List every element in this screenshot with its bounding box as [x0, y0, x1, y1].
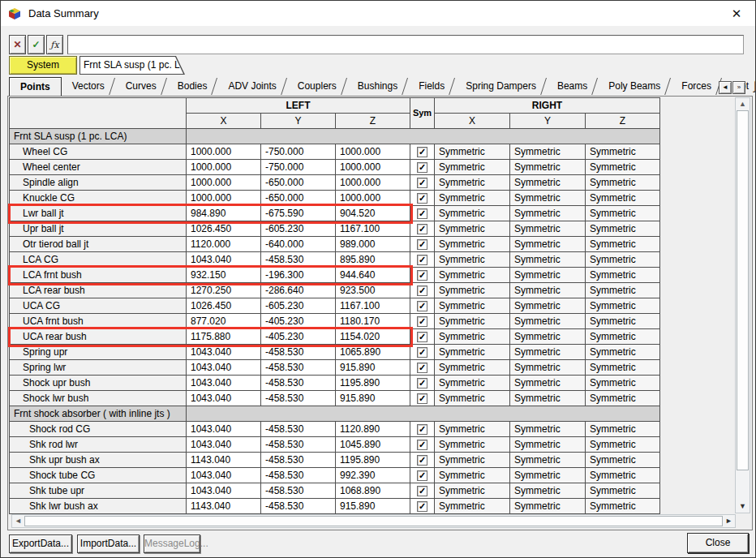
cell-right-z[interactable]: Symmetric: [586, 191, 660, 206]
cell-left-z[interactable]: 1167.100: [336, 221, 410, 237]
scroll-left-icon[interactable]: ◄: [12, 515, 24, 527]
cell-left-y[interactable]: -458.530: [261, 252, 336, 268]
tab-poly-beams[interactable]: Poly Beams: [598, 77, 671, 96]
cell-left-z[interactable]: 1000.000: [336, 144, 410, 160]
cell-left-x[interactable]: 1000.000: [187, 144, 261, 160]
cell-left-y[interactable]: -675.590: [261, 206, 336, 221]
cell-right-x[interactable]: Symmetric: [435, 175, 510, 191]
cell-left-x[interactable]: 1000.000: [187, 160, 261, 175]
cell-left-y[interactable]: -286.640: [261, 283, 336, 298]
cell-left-y[interactable]: -196.300: [261, 268, 336, 283]
sym-checkbox[interactable]: ✓: [417, 486, 427, 496]
cell-right-x[interactable]: Symmetric: [435, 314, 510, 329]
cell-left-z[interactable]: 992.390: [336, 468, 410, 483]
cell-left-z[interactable]: 1000.000: [336, 191, 410, 206]
cell-left-y[interactable]: -458.530: [261, 437, 336, 453]
scroll-down-icon[interactable]: ▼: [736, 500, 750, 513]
cell-right-x[interactable]: Symmetric: [435, 468, 510, 483]
cell-right-x[interactable]: Symmetric: [435, 298, 510, 314]
cell-left-z[interactable]: 1180.170: [336, 314, 410, 329]
cell-left-y[interactable]: -650.000: [261, 191, 336, 206]
cell-left-y[interactable]: -640.000: [261, 237, 336, 252]
cell-right-y[interactable]: Symmetric: [510, 252, 586, 268]
formula-button[interactable]: ƒx: [46, 35, 63, 54]
sym-checkbox[interactable]: ✓: [417, 470, 427, 481]
cell-right-x[interactable]: Symmetric: [435, 252, 510, 268]
cell-right-z[interactable]: Symmetric: [586, 221, 660, 237]
cell-left-x[interactable]: 932.150: [187, 268, 261, 283]
sym-checkbox[interactable]: ✓: [417, 301, 427, 311]
sym-checkbox[interactable]: ✓: [417, 501, 427, 512]
cell-right-z[interactable]: Symmetric: [586, 283, 660, 298]
cell-left-x[interactable]: 1026.450: [187, 298, 261, 314]
cell-left-x[interactable]: 1043.040: [187, 345, 261, 360]
cell-left-y[interactable]: -458.530: [261, 422, 336, 437]
cell-left-x[interactable]: 1026.450: [187, 221, 261, 237]
cell-left-z[interactable]: 989.000: [336, 237, 410, 252]
cell-right-y[interactable]: Symmetric: [510, 283, 586, 298]
cell-left-z[interactable]: 923.500: [336, 283, 410, 298]
cell-right-z[interactable]: Symmetric: [586, 252, 660, 268]
cell-right-y[interactable]: Symmetric: [510, 144, 586, 160]
cell-right-x[interactable]: Symmetric: [435, 237, 510, 252]
tab-curves[interactable]: Curves: [115, 77, 167, 96]
cell-right-z[interactable]: Symmetric: [586, 329, 660, 345]
cell-right-x[interactable]: Symmetric: [435, 499, 510, 514]
cell-left-y[interactable]: -458.530: [261, 360, 336, 376]
tab-adv-joints[interactable]: ADV Joints: [217, 77, 286, 96]
cell-left-x[interactable]: 1120.000: [187, 237, 261, 252]
cell-right-z[interactable]: Symmetric: [586, 360, 660, 376]
cell-left-y[interactable]: -458.530: [261, 391, 336, 406]
close-button[interactable]: Close: [687, 533, 749, 553]
cell-right-x[interactable]: Symmetric: [435, 483, 510, 499]
import-data-button[interactable]: ImportData...: [77, 534, 140, 553]
cell-right-y[interactable]: Symmetric: [510, 206, 586, 221]
cell-right-x[interactable]: Symmetric: [435, 437, 510, 453]
accept-edit-button[interactable]: ✓: [28, 35, 45, 54]
sym-checkbox[interactable]: ✓: [417, 316, 427, 327]
cell-right-z[interactable]: Symmetric: [586, 314, 660, 329]
cell-left-x[interactable]: 1043.040: [187, 376, 261, 391]
cell-left-y[interactable]: -458.530: [261, 345, 336, 360]
cell-right-y[interactable]: Symmetric: [510, 314, 586, 329]
cell-right-z[interactable]: Symmetric: [586, 175, 660, 191]
tab-fields[interactable]: Fields: [408, 77, 455, 96]
sym-checkbox[interactable]: ✓: [417, 424, 427, 435]
cell-left-y[interactable]: -750.000: [261, 160, 336, 175]
cell-left-y[interactable]: -405.230: [261, 314, 336, 329]
cell-right-z[interactable]: Symmetric: [586, 206, 660, 221]
cell-right-x[interactable]: Symmetric: [435, 144, 510, 160]
cell-right-y[interactable]: Symmetric: [510, 268, 586, 283]
cell-right-z[interactable]: Symmetric: [586, 298, 660, 314]
cell-left-z[interactable]: 1000.000: [336, 160, 410, 175]
cell-right-x[interactable]: Symmetric: [435, 453, 510, 468]
cell-left-z[interactable]: 1045.890: [336, 437, 410, 453]
cell-left-y[interactable]: -605.230: [261, 298, 336, 314]
cell-left-y[interactable]: -458.530: [261, 453, 336, 468]
cell-left-x[interactable]: 1270.250: [187, 283, 261, 298]
message-log-button[interactable]: MessageLog...: [144, 534, 200, 553]
tab-couplers[interactable]: Couplers: [287, 77, 347, 96]
cell-right-x[interactable]: Symmetric: [435, 391, 510, 406]
cell-left-z[interactable]: 1065.890: [336, 345, 410, 360]
cell-left-z[interactable]: 1167.100: [336, 298, 410, 314]
cell-right-x[interactable]: Symmetric: [435, 376, 510, 391]
sym-checkbox[interactable]: ✓: [417, 455, 427, 466]
cell-left-z[interactable]: 915.890: [336, 391, 410, 406]
sym-checkbox[interactable]: ✓: [417, 285, 427, 296]
cell-left-x[interactable]: 1143.040: [187, 453, 261, 468]
scroll-right-icon[interactable]: ►: [723, 515, 735, 527]
cell-left-z[interactable]: 944.640: [336, 268, 410, 283]
tab-points[interactable]: Points: [9, 77, 62, 97]
cell-right-y[interactable]: Symmetric: [510, 453, 586, 468]
cell-left-y[interactable]: -605.230: [261, 221, 336, 237]
cell-left-z[interactable]: 1154.020: [336, 329, 410, 345]
sym-checkbox[interactable]: ✓: [417, 193, 427, 204]
close-icon[interactable]: ✕: [723, 3, 750, 24]
cell-left-z[interactable]: 915.890: [336, 360, 410, 376]
vertical-scrollbar-thumb[interactable]: [737, 110, 749, 470]
cell-left-y[interactable]: -405.230: [261, 329, 336, 345]
sym-checkbox[interactable]: ✓: [417, 208, 427, 219]
tab-vectors[interactable]: Vectors: [62, 77, 115, 96]
sym-checkbox[interactable]: ✓: [417, 147, 427, 157]
